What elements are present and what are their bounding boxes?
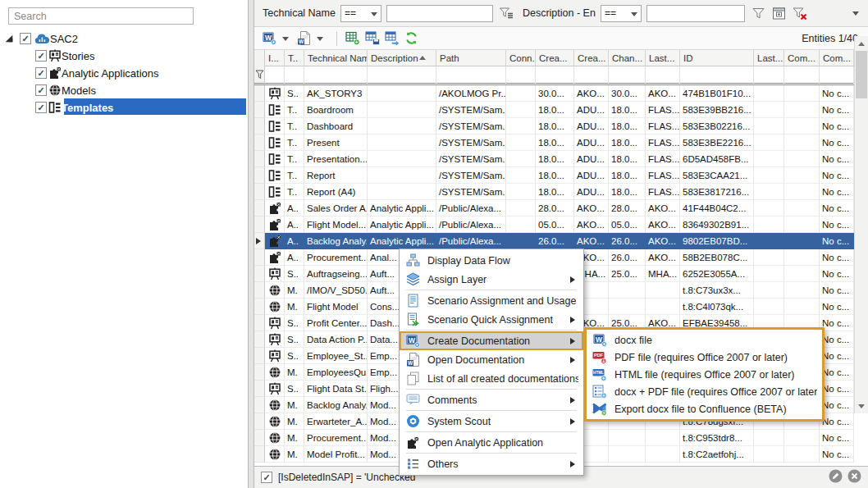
- column-header-name[interactable]: Technical Name: [304, 50, 368, 66]
- scroll-down-button[interactable]: [855, 399, 868, 413]
- cell-com2[interactable]: No c...: [820, 102, 854, 118]
- cell-name[interactable]: Employee_St...: [304, 348, 368, 364]
- cell-com1[interactable]: [784, 233, 820, 249]
- tree-checkbox[interactable]: [35, 102, 47, 113]
- cell-t[interactable]: M.: [285, 413, 304, 430]
- cell-last1[interactable]: AKO...: [646, 217, 680, 233]
- cell-desc[interactable]: Analytic Appli...: [368, 217, 436, 233]
- cell-crea1[interactable]: 18.0...: [536, 135, 574, 151]
- cell-com2[interactable]: No c...: [820, 217, 854, 233]
- filter-edit-icon[interactable]: [498, 4, 516, 22]
- menu-item-scenario-quick-assignment[interactable]: Scenario Quick Assignment: [400, 310, 583, 329]
- cell-last2[interactable]: [754, 167, 784, 184]
- chevron-down-icon[interactable]: [282, 37, 289, 44]
- cell-crea1[interactable]: 18.0...: [536, 118, 574, 135]
- tree-checkbox[interactable]: [20, 33, 31, 44]
- cell-icon[interactable]: [265, 315, 285, 331]
- cell-desc[interactable]: Analytic Appli...: [368, 233, 436, 249]
- cell-com2[interactable]: No c...: [820, 348, 854, 364]
- menu-item-scenario-assignment-and-usage[interactable]: Scenario Assignment and Usage: [400, 291, 583, 310]
- cell-conn[interactable]: [506, 200, 536, 217]
- cell-last1[interactable]: AKO...: [646, 200, 680, 217]
- cell-crea2[interactable]: ADU...: [574, 102, 609, 118]
- cell-t[interactable]: M.: [285, 282, 304, 299]
- cell-name[interactable]: Present: [304, 135, 368, 151]
- menu-item-system-scout[interactable]: System Scout: [400, 412, 583, 431]
- cell-last1[interactable]: AKO...: [646, 249, 680, 266]
- cell-crea1[interactable]: 26.0...: [536, 233, 574, 249]
- filter-bar-menu-button[interactable]: [848, 6, 863, 21]
- cell-desc[interactable]: [368, 118, 436, 135]
- cell-name[interactable]: Boardroom: [304, 102, 368, 118]
- cell-last1[interactable]: [646, 446, 680, 463]
- cell-chan[interactable]: 28.0...: [609, 200, 646, 217]
- cell-icon[interactable]: [265, 430, 285, 446]
- cell-com1[interactable]: [784, 85, 820, 102]
- cell-t[interactable]: S..: [285, 85, 304, 102]
- cell-crea2[interactable]: AKO...: [574, 217, 609, 233]
- cell-id[interactable]: t.8:C73ux3x...: [680, 282, 754, 299]
- cell-com1[interactable]: [784, 266, 820, 282]
- tree-checkbox[interactable]: [35, 67, 47, 79]
- tree-node-stories[interactable]: Stories: [35, 48, 94, 64]
- auto-filter-cell-last2[interactable]: [754, 66, 784, 85]
- auto-filter-cell-desc[interactable]: [368, 66, 436, 85]
- vertical-scrollbar[interactable]: [854, 36, 868, 413]
- cell-crea2[interactable]: AKO...: [574, 200, 609, 217]
- cell-t[interactable]: T..: [285, 167, 304, 184]
- cell-com1[interactable]: [784, 118, 820, 135]
- submenu-item-docx-file[interactable]: Wdocx file: [587, 331, 822, 349]
- cell-path[interactable]: /Public/Alexa...: [436, 217, 506, 233]
- cell-last1[interactable]: FLAS...: [646, 135, 680, 151]
- table-row[interactable]: T..Present/SYSTEM/Sam...18.0...ADU...18.…: [254, 135, 868, 151]
- cell-last2[interactable]: [754, 446, 784, 463]
- cell-name[interactable]: Presentation...: [304, 151, 368, 167]
- cell-com2[interactable]: No c...: [820, 282, 854, 299]
- cell-conn[interactable]: [506, 85, 536, 102]
- cell-id[interactable]: 583E3B02216...: [680, 118, 754, 135]
- auto-filter-cell-com2[interactable]: [820, 66, 854, 85]
- cell-com1[interactable]: [784, 167, 820, 184]
- cell-name[interactable]: Backlog Analy...: [304, 233, 368, 249]
- cell-id[interactable]: 9802EB07BD...: [680, 233, 754, 249]
- table-row[interactable]: A..Backlog Analy...Analytic Appli.../Pub…: [254, 233, 868, 249]
- table-row[interactable]: T..Presentation.../SYSTEM/Sam...18.0...A…: [254, 151, 868, 167]
- cell-desc[interactable]: [368, 184, 436, 200]
- cell-name[interactable]: Procurement...: [304, 249, 368, 266]
- cell-path[interactable]: /SYSTEM/Sam...: [436, 167, 506, 184]
- cell-last2[interactable]: [754, 135, 784, 151]
- cell-last2[interactable]: [754, 249, 784, 266]
- cell-last1[interactable]: FLAS...: [646, 118, 680, 135]
- cell-name[interactable]: Data Action P...: [304, 331, 368, 348]
- cell-conn[interactable]: [506, 167, 536, 184]
- cell-conn[interactable]: [506, 184, 536, 200]
- cell-chan[interactable]: 18.0...: [609, 151, 646, 167]
- cell-crea1[interactable]: 18.0...: [536, 167, 574, 184]
- cell-last1[interactable]: MHA...: [646, 266, 680, 282]
- excel-export-button[interactable]: [344, 30, 362, 48]
- cell-com2[interactable]: No c...: [820, 151, 854, 167]
- panel-splitter[interactable]: [248, 0, 254, 488]
- cell-path[interactable]: /AKOLMOG Pr...: [436, 85, 506, 102]
- menu-item-create-documentation[interactable]: WCreate Documentation: [400, 331, 583, 350]
- cell-com2[interactable]: No c...: [820, 249, 854, 266]
- cell-com1[interactable]: [784, 430, 820, 446]
- cell-com2[interactable]: No c...: [820, 299, 854, 315]
- cell-chan[interactable]: [609, 299, 646, 315]
- cell-icon[interactable]: [265, 413, 285, 430]
- column-header-path[interactable]: Path: [436, 50, 506, 66]
- load-grid-layout-button[interactable]: [383, 30, 401, 48]
- tree-node-models[interactable]: Models: [35, 82, 96, 98]
- auto-filter-cell-last1[interactable]: [646, 66, 680, 85]
- column-header-conn[interactable]: Conn...: [506, 50, 536, 66]
- auto-filter-cell-name[interactable]: [304, 66, 368, 85]
- edit-filter-icon[interactable]: [829, 469, 843, 486]
- cell-icon[interactable]: [265, 200, 285, 217]
- cell-com2[interactable]: No c...: [820, 135, 854, 151]
- column-header-id[interactable]: ID: [680, 50, 754, 66]
- cell-t[interactable]: S..: [285, 348, 304, 364]
- cell-last1[interactable]: FLAS...: [646, 151, 680, 167]
- word-export-button[interactable]: W: [261, 30, 278, 48]
- cell-chan[interactable]: 18.0...: [609, 118, 646, 135]
- menu-item-others[interactable]: Others: [400, 454, 583, 473]
